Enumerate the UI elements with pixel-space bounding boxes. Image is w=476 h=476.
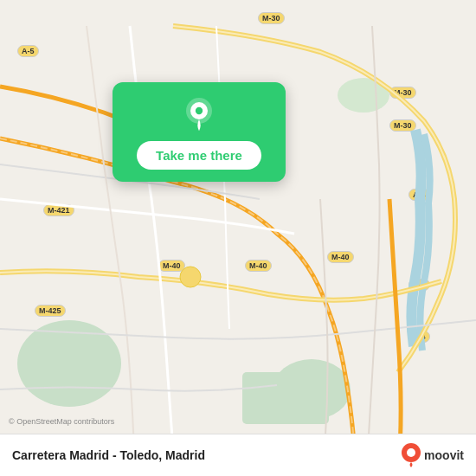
svg-rect-2 xyxy=(242,372,329,424)
svg-point-9 xyxy=(407,448,415,457)
moovit-logo: moovit xyxy=(402,443,464,467)
svg-point-4 xyxy=(180,267,201,287)
bottom-bar-content: Carretera Madrid - Toledo, Madrid xyxy=(12,448,205,462)
map-container: A-5 M-30 M-30 M-30 M-421 M-40 M-40 M-40 … xyxy=(0,0,476,476)
location-pin-icon xyxy=(182,98,216,132)
location-title: Carretera Madrid - Toledo, Madrid xyxy=(12,448,205,462)
bottom-bar: Carretera Madrid - Toledo, Madrid moovit xyxy=(0,434,476,476)
copyright-text: © OpenStreetMap contributors xyxy=(9,417,114,426)
map-roads-svg xyxy=(0,0,476,476)
take-me-there-button[interactable]: Take me there xyxy=(137,141,261,170)
action-card: Take me there xyxy=(113,82,286,182)
moovit-pin-icon xyxy=(402,443,421,467)
svg-point-7 xyxy=(196,107,203,114)
moovit-logo-text: moovit xyxy=(424,448,464,462)
